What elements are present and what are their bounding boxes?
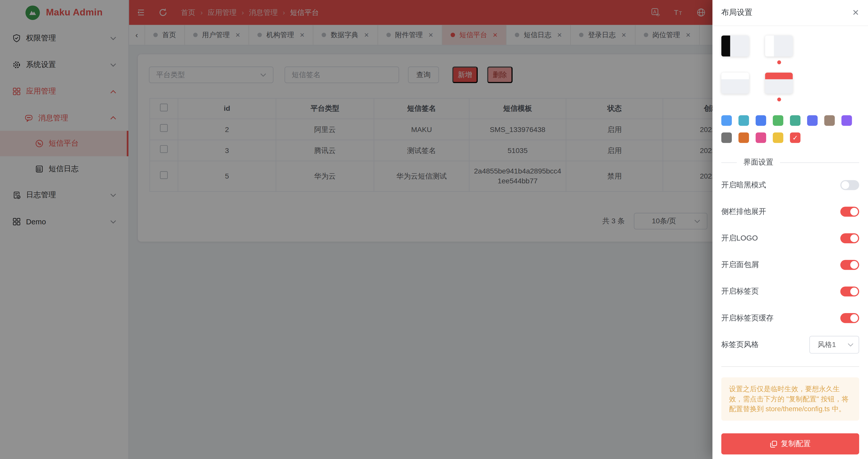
- check-icon: ✓: [793, 134, 798, 142]
- theme-color-swatch[interactable]: ✓: [790, 133, 801, 143]
- theme-color-swatch[interactable]: [773, 133, 783, 143]
- setting-toggle[interactable]: [840, 180, 859, 190]
- theme-color-swatch[interactable]: [807, 115, 818, 126]
- selected-dot: [777, 60, 781, 64]
- setting-row: 开启标签页: [721, 278, 859, 305]
- theme-color-swatch[interactable]: [755, 115, 766, 126]
- setting-label: 开启标签页缓存: [721, 313, 774, 323]
- warning-note: 设置之后仅是临时生效，要想永久生效，需点击下方的 "复制配置" 按钮，将配置替换…: [721, 377, 859, 421]
- interface-settings: 开启暗黑模式侧栏排他展开开启LOGO开启面包屑开启标签页开启标签页缓存: [721, 172, 859, 331]
- divider: [721, 366, 859, 367]
- layout-option-dark-sidebar[interactable]: [721, 35, 749, 56]
- theme-color-swatch[interactable]: [738, 115, 749, 126]
- setting-label: 开启面包屑: [721, 260, 758, 270]
- toggle-knob: [850, 288, 858, 295]
- tab-style-row: 标签页风格 风格1: [721, 331, 859, 358]
- theme-color-swatch[interactable]: [824, 115, 835, 126]
- copy-config-label: 复制配置: [781, 439, 811, 449]
- copy-config-button[interactable]: 复制配置: [721, 433, 859, 455]
- theme-color-swatch[interactable]: [790, 115, 801, 126]
- toggle-knob: [841, 181, 849, 189]
- tab-style-select[interactable]: 风格1: [809, 336, 859, 353]
- theme-color-swatch[interactable]: [738, 133, 749, 143]
- setting-label: 侧栏排他展开: [721, 207, 766, 217]
- light-sidebar-preview: [765, 35, 774, 56]
- layout-option-light-header[interactable]: [721, 73, 749, 93]
- theme-color-palette: ✓: [721, 115, 859, 143]
- layout-option-light-sidebar[interactable]: [765, 35, 793, 56]
- copy-icon: [770, 440, 777, 448]
- toggle-knob: [850, 314, 858, 322]
- layout-option-primary-header[interactable]: [765, 73, 793, 93]
- chevron-down-icon: [847, 343, 854, 346]
- setting-row: 侧栏排他展开: [721, 198, 859, 225]
- primary-header-preview: [765, 73, 793, 79]
- light-header-preview: [721, 73, 749, 79]
- page: Maku Admin 权限管理 系统设置 应用管理: [0, 0, 868, 459]
- setting-label: 开启暗黑模式: [721, 180, 766, 190]
- toggle-knob: [850, 261, 858, 269]
- setting-row: 开启LOGO: [721, 225, 859, 252]
- section-title: 界面设置: [743, 157, 773, 167]
- setting-toggle[interactable]: [840, 233, 859, 243]
- tab-style-label: 标签页风格: [721, 340, 758, 349]
- theme-color-swatch[interactable]: [841, 115, 852, 126]
- setting-label: 开启标签页: [721, 287, 758, 296]
- theme-color-swatch[interactable]: [721, 133, 732, 143]
- setting-toggle[interactable]: [840, 207, 859, 217]
- setting-toggle[interactable]: [840, 260, 859, 270]
- setting-toggle[interactable]: [840, 287, 859, 296]
- drawer-title: 布局设置: [721, 8, 752, 18]
- setting-row: 开启暗黑模式: [721, 172, 859, 198]
- setting-label: 开启LOGO: [721, 233, 758, 243]
- layout-options: [721, 35, 793, 103]
- toggle-knob: [850, 234, 858, 242]
- close-icon[interactable]: ✕: [852, 8, 859, 18]
- selected-dot: [777, 97, 781, 102]
- theme-color-swatch[interactable]: [721, 115, 732, 126]
- setting-row: 开启标签页缓存: [721, 305, 859, 331]
- layout-settings-drawer: 布局设置 ✕ ✓ 界面设置 开启暗黑模式侧栏排他展开开启LOGO开启面包屑开启标…: [712, 0, 868, 459]
- toggle-knob: [850, 208, 858, 216]
- tab-style-value: 风格1: [818, 340, 836, 349]
- setting-toggle[interactable]: [840, 313, 859, 323]
- dark-sidebar-preview: [721, 35, 730, 56]
- setting-row: 开启面包屑: [721, 252, 859, 278]
- section-divider: 界面设置: [721, 157, 859, 167]
- theme-color-swatch[interactable]: [755, 133, 766, 143]
- theme-color-swatch[interactable]: [773, 115, 783, 126]
